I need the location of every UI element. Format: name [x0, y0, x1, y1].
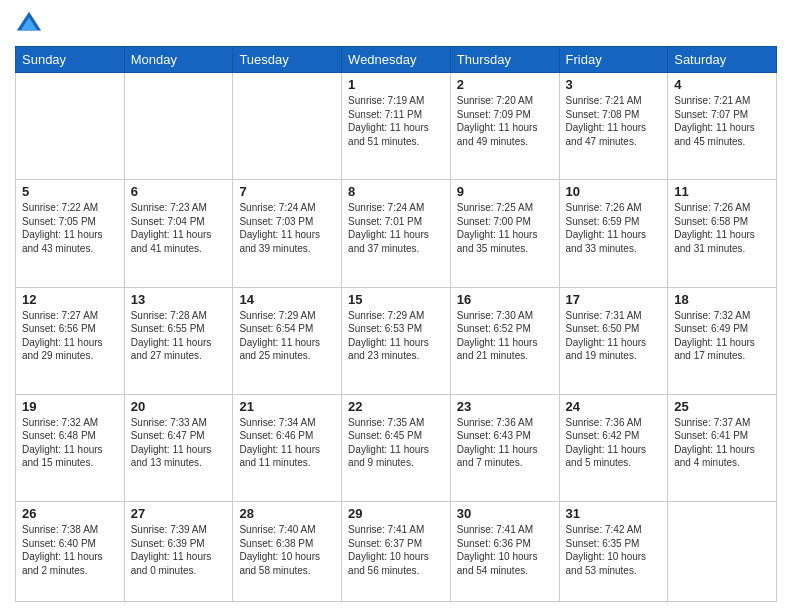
calendar-cell: 26Sunrise: 7:38 AM Sunset: 6:40 PM Dayli… — [16, 502, 125, 602]
calendar-cell — [668, 502, 777, 602]
day-number: 18 — [674, 292, 770, 307]
calendar-cell: 31Sunrise: 7:42 AM Sunset: 6:35 PM Dayli… — [559, 502, 668, 602]
day-number: 25 — [674, 399, 770, 414]
logo — [15, 10, 45, 38]
calendar-cell: 16Sunrise: 7:30 AM Sunset: 6:52 PM Dayli… — [450, 287, 559, 394]
day-info: Sunrise: 7:29 AM Sunset: 6:54 PM Dayligh… — [239, 309, 335, 363]
day-number: 10 — [566, 184, 662, 199]
calendar-header-row: SundayMondayTuesdayWednesdayThursdayFrid… — [16, 47, 777, 73]
calendar-cell: 29Sunrise: 7:41 AM Sunset: 6:37 PM Dayli… — [342, 502, 451, 602]
calendar-cell — [124, 73, 233, 180]
calendar-cell: 23Sunrise: 7:36 AM Sunset: 6:43 PM Dayli… — [450, 394, 559, 501]
day-number: 27 — [131, 506, 227, 521]
calendar-cell: 15Sunrise: 7:29 AM Sunset: 6:53 PM Dayli… — [342, 287, 451, 394]
day-info: Sunrise: 7:38 AM Sunset: 6:40 PM Dayligh… — [22, 523, 118, 577]
calendar-week-2: 12Sunrise: 7:27 AM Sunset: 6:56 PM Dayli… — [16, 287, 777, 394]
day-info: Sunrise: 7:21 AM Sunset: 7:07 PM Dayligh… — [674, 94, 770, 148]
page-container: SundayMondayTuesdayWednesdayThursdayFrid… — [0, 0, 792, 612]
day-info: Sunrise: 7:36 AM Sunset: 6:43 PM Dayligh… — [457, 416, 553, 470]
calendar-header-sunday: Sunday — [16, 47, 125, 73]
day-info: Sunrise: 7:35 AM Sunset: 6:45 PM Dayligh… — [348, 416, 444, 470]
day-info: Sunrise: 7:36 AM Sunset: 6:42 PM Dayligh… — [566, 416, 662, 470]
day-info: Sunrise: 7:41 AM Sunset: 6:36 PM Dayligh… — [457, 523, 553, 577]
day-number: 4 — [674, 77, 770, 92]
calendar-header-friday: Friday — [559, 47, 668, 73]
calendar-cell: 21Sunrise: 7:34 AM Sunset: 6:46 PM Dayli… — [233, 394, 342, 501]
calendar-cell: 3Sunrise: 7:21 AM Sunset: 7:08 PM Daylig… — [559, 73, 668, 180]
calendar-cell: 25Sunrise: 7:37 AM Sunset: 6:41 PM Dayli… — [668, 394, 777, 501]
calendar-header-tuesday: Tuesday — [233, 47, 342, 73]
day-info: Sunrise: 7:41 AM Sunset: 6:37 PM Dayligh… — [348, 523, 444, 577]
day-number: 20 — [131, 399, 227, 414]
day-number: 5 — [22, 184, 118, 199]
calendar-cell: 18Sunrise: 7:32 AM Sunset: 6:49 PM Dayli… — [668, 287, 777, 394]
day-info: Sunrise: 7:34 AM Sunset: 6:46 PM Dayligh… — [239, 416, 335, 470]
calendar-header-wednesday: Wednesday — [342, 47, 451, 73]
calendar-cell: 1Sunrise: 7:19 AM Sunset: 7:11 PM Daylig… — [342, 73, 451, 180]
day-info: Sunrise: 7:32 AM Sunset: 6:48 PM Dayligh… — [22, 416, 118, 470]
calendar-cell — [233, 73, 342, 180]
calendar-table: SundayMondayTuesdayWednesdayThursdayFrid… — [15, 46, 777, 602]
day-number: 6 — [131, 184, 227, 199]
day-info: Sunrise: 7:25 AM Sunset: 7:00 PM Dayligh… — [457, 201, 553, 255]
calendar-cell: 10Sunrise: 7:26 AM Sunset: 6:59 PM Dayli… — [559, 180, 668, 287]
calendar-cell: 5Sunrise: 7:22 AM Sunset: 7:05 PM Daylig… — [16, 180, 125, 287]
calendar-cell: 12Sunrise: 7:27 AM Sunset: 6:56 PM Dayli… — [16, 287, 125, 394]
day-number: 19 — [22, 399, 118, 414]
day-number: 22 — [348, 399, 444, 414]
calendar-cell: 22Sunrise: 7:35 AM Sunset: 6:45 PM Dayli… — [342, 394, 451, 501]
day-number: 12 — [22, 292, 118, 307]
calendar-cell: 17Sunrise: 7:31 AM Sunset: 6:50 PM Dayli… — [559, 287, 668, 394]
calendar-cell: 30Sunrise: 7:41 AM Sunset: 6:36 PM Dayli… — [450, 502, 559, 602]
calendar-cell: 2Sunrise: 7:20 AM Sunset: 7:09 PM Daylig… — [450, 73, 559, 180]
calendar-header-thursday: Thursday — [450, 47, 559, 73]
day-number: 29 — [348, 506, 444, 521]
day-number: 30 — [457, 506, 553, 521]
calendar-cell: 13Sunrise: 7:28 AM Sunset: 6:55 PM Dayli… — [124, 287, 233, 394]
day-info: Sunrise: 7:31 AM Sunset: 6:50 PM Dayligh… — [566, 309, 662, 363]
calendar-cell — [16, 73, 125, 180]
day-info: Sunrise: 7:39 AM Sunset: 6:39 PM Dayligh… — [131, 523, 227, 577]
calendar-cell: 14Sunrise: 7:29 AM Sunset: 6:54 PM Dayli… — [233, 287, 342, 394]
day-info: Sunrise: 7:24 AM Sunset: 7:03 PM Dayligh… — [239, 201, 335, 255]
day-number: 26 — [22, 506, 118, 521]
calendar-week-4: 26Sunrise: 7:38 AM Sunset: 6:40 PM Dayli… — [16, 502, 777, 602]
day-info: Sunrise: 7:22 AM Sunset: 7:05 PM Dayligh… — [22, 201, 118, 255]
day-info: Sunrise: 7:37 AM Sunset: 6:41 PM Dayligh… — [674, 416, 770, 470]
calendar-cell: 7Sunrise: 7:24 AM Sunset: 7:03 PM Daylig… — [233, 180, 342, 287]
day-number: 21 — [239, 399, 335, 414]
logo-icon — [15, 10, 43, 38]
calendar-cell: 9Sunrise: 7:25 AM Sunset: 7:00 PM Daylig… — [450, 180, 559, 287]
day-number: 7 — [239, 184, 335, 199]
calendar-week-3: 19Sunrise: 7:32 AM Sunset: 6:48 PM Dayli… — [16, 394, 777, 501]
day-info: Sunrise: 7:24 AM Sunset: 7:01 PM Dayligh… — [348, 201, 444, 255]
day-number: 8 — [348, 184, 444, 199]
day-info: Sunrise: 7:23 AM Sunset: 7:04 PM Dayligh… — [131, 201, 227, 255]
day-number: 3 — [566, 77, 662, 92]
day-number: 2 — [457, 77, 553, 92]
day-info: Sunrise: 7:30 AM Sunset: 6:52 PM Dayligh… — [457, 309, 553, 363]
calendar-header-monday: Monday — [124, 47, 233, 73]
day-number: 24 — [566, 399, 662, 414]
day-number: 17 — [566, 292, 662, 307]
day-info: Sunrise: 7:26 AM Sunset: 6:58 PM Dayligh… — [674, 201, 770, 255]
calendar-cell: 28Sunrise: 7:40 AM Sunset: 6:38 PM Dayli… — [233, 502, 342, 602]
calendar-cell: 8Sunrise: 7:24 AM Sunset: 7:01 PM Daylig… — [342, 180, 451, 287]
day-number: 9 — [457, 184, 553, 199]
day-number: 23 — [457, 399, 553, 414]
day-number: 16 — [457, 292, 553, 307]
calendar-cell: 20Sunrise: 7:33 AM Sunset: 6:47 PM Dayli… — [124, 394, 233, 501]
day-info: Sunrise: 7:21 AM Sunset: 7:08 PM Dayligh… — [566, 94, 662, 148]
day-info: Sunrise: 7:28 AM Sunset: 6:55 PM Dayligh… — [131, 309, 227, 363]
day-info: Sunrise: 7:26 AM Sunset: 6:59 PM Dayligh… — [566, 201, 662, 255]
day-number: 28 — [239, 506, 335, 521]
day-info: Sunrise: 7:32 AM Sunset: 6:49 PM Dayligh… — [674, 309, 770, 363]
day-number: 14 — [239, 292, 335, 307]
day-info: Sunrise: 7:19 AM Sunset: 7:11 PM Dayligh… — [348, 94, 444, 148]
day-info: Sunrise: 7:42 AM Sunset: 6:35 PM Dayligh… — [566, 523, 662, 577]
calendar-cell: 11Sunrise: 7:26 AM Sunset: 6:58 PM Dayli… — [668, 180, 777, 287]
calendar-cell: 19Sunrise: 7:32 AM Sunset: 6:48 PM Dayli… — [16, 394, 125, 501]
day-number: 11 — [674, 184, 770, 199]
day-info: Sunrise: 7:40 AM Sunset: 6:38 PM Dayligh… — [239, 523, 335, 577]
day-info: Sunrise: 7:29 AM Sunset: 6:53 PM Dayligh… — [348, 309, 444, 363]
